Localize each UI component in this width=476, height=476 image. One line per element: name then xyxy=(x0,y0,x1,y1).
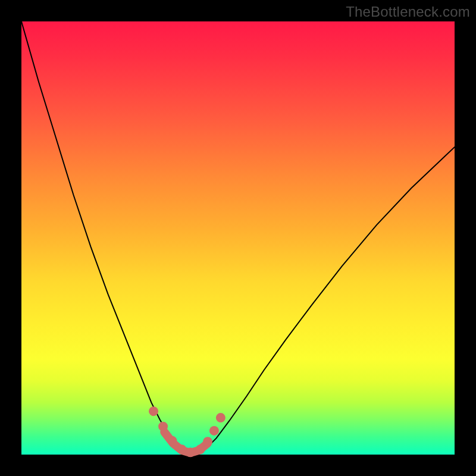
marker-dot xyxy=(203,437,212,446)
plot-area xyxy=(21,21,455,455)
marker-dot xyxy=(216,413,226,422)
marker-dot xyxy=(167,436,177,446)
marker-dot xyxy=(149,406,158,416)
marker-dot xyxy=(196,444,205,454)
watermark-text: TheBottleneck.com xyxy=(346,4,470,20)
marker-dot xyxy=(158,422,168,431)
chart-overlay xyxy=(21,21,455,455)
marker-dot xyxy=(177,444,186,454)
marker-dot xyxy=(209,426,219,436)
chart-frame: TheBottleneck.com xyxy=(0,0,476,476)
marker-dot xyxy=(186,447,195,457)
bottleneck-curve xyxy=(21,21,455,454)
